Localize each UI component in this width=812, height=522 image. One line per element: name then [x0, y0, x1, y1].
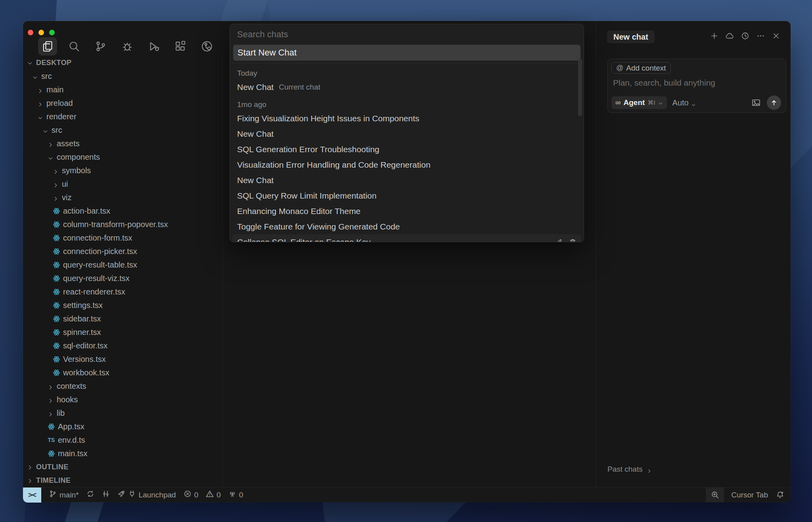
activity-explorer-button[interactable] [38, 37, 57, 55]
tree-item-app-tsx[interactable]: App.tsx [23, 420, 222, 433]
tree-item-label: symbols [62, 166, 91, 175]
status-git-branch[interactable]: main* [49, 490, 79, 500]
chat-composer[interactable]: @ Add context Plan, search, build anythi… [607, 59, 786, 113]
tree-item-main-tsx[interactable]: main.tsx [23, 447, 222, 460]
chat-item-title: New Chat [237, 82, 274, 92]
tree-item-symbols[interactable]: symbols [23, 164, 222, 177]
send-button[interactable] [767, 96, 781, 110]
section-desktop[interactable]: DESKTOP [23, 56, 222, 69]
activity-source-control-button[interactable] [91, 37, 110, 55]
chat-section-label: Today [230, 63, 584, 79]
chat-item[interactable]: Fixing Visualization Height Issues in Co… [232, 111, 581, 126]
chat-item[interactable]: SQL Query Row Limit Implementation [232, 188, 581, 203]
chat-item[interactable]: Collapse SQL Editor on Escape Key [232, 234, 581, 242]
model-selector[interactable]: Auto [672, 98, 696, 107]
react-file-icon [48, 450, 55, 457]
cloud-icon[interactable] [725, 31, 734, 40]
tree-item-hooks[interactable]: hooks [23, 393, 222, 406]
close-icon[interactable] [772, 31, 780, 40]
status-launchpad[interactable]: Launchpad [117, 490, 176, 500]
tree-item-spinner-tsx[interactable]: spinner.tsx [23, 325, 222, 339]
tree-item-main[interactable]: main [23, 83, 222, 96]
chat-list: TodayNew ChatCurrent chat1mo agoFixing V… [230, 63, 584, 242]
past-chats-link[interactable]: Past chats [607, 465, 652, 474]
rename-chat-button[interactable] [555, 238, 563, 242]
chevron-right-icon [48, 410, 54, 416]
react-file-icon [53, 261, 60, 269]
close-window-button[interactable] [28, 30, 33, 35]
delete-chat-button[interactable] [569, 238, 576, 242]
tree-item-label: hooks [57, 395, 78, 404]
zoom-window-button[interactable] [49, 30, 55, 35]
section-timeline[interactable]: TIMELINE [23, 474, 222, 487]
chat-item[interactable]: New Chat [232, 126, 581, 141]
history-icon[interactable] [741, 31, 749, 40]
react-file-icon [53, 329, 60, 336]
plus-icon[interactable] [710, 31, 718, 40]
chat-item[interactable]: SQL Generation Error Troubleshooting [232, 141, 581, 157]
chat-search-overlay: Search chats Start New Chat TodayNew Cha… [230, 24, 584, 242]
tree-item-viz[interactable]: viz [23, 191, 222, 204]
status-warnings[interactable]: 0 [206, 490, 221, 500]
zoom-in-button[interactable] [706, 488, 724, 502]
tree-item-connection-picker-tsx[interactable]: connection-picker.tsx [23, 245, 222, 258]
tree-item-env-d-ts[interactable]: TSenv.d.ts [23, 433, 222, 447]
tree-item-renderer[interactable]: renderer [23, 110, 222, 123]
chat-item[interactable]: Enhancing Monaco Editor Theme [232, 203, 581, 219]
tree-item-settings-tsx[interactable]: settings.tsx [23, 298, 222, 312]
tree-item-lib[interactable]: lib [23, 406, 222, 420]
chat-item[interactable]: New Chat [232, 172, 581, 188]
chat-item[interactable]: New ChatCurrent chat [232, 79, 581, 95]
tree-item-label: query-result-table.tsx [63, 260, 137, 270]
tree-item-sql-editor-tsx[interactable]: sql-editor.tsx [23, 339, 222, 352]
tree-item-preload[interactable]: preload [23, 96, 222, 110]
tree-item-workbook-tsx[interactable]: workbook.tsx [23, 366, 222, 379]
overlay-scrollbar[interactable] [578, 58, 582, 116]
chat-item[interactable]: Toggle Feature for Viewing Generated Cod… [232, 219, 581, 234]
notifications-bell-button[interactable] [776, 491, 784, 499]
tree-item-query-result-table-tsx[interactable]: query-result-table.tsx [23, 258, 222, 272]
tree-item-label: components [57, 153, 100, 162]
tree-item-versions-tsx[interactable]: Versions.tsx [23, 352, 222, 366]
tree-item-action-bar-tsx[interactable]: action-bar.tsx [23, 204, 222, 218]
attach-image-button[interactable] [751, 98, 761, 107]
tree-item-label: lib [57, 409, 65, 418]
tree-item-ui[interactable]: ui [23, 177, 222, 191]
new-chat-tab[interactable]: New chat [607, 31, 655, 43]
tree-item-assets[interactable]: assets [23, 137, 222, 150]
search-chats-input[interactable]: Search chats [230, 24, 584, 45]
add-context-button[interactable]: @ Add context [611, 62, 671, 74]
tree-item-src[interactable]: src [23, 123, 222, 137]
chat-item[interactable]: Visualization Error Handling and Code Re… [232, 157, 581, 172]
tree-item-contexts[interactable]: contexts [23, 379, 222, 393]
remote-indicator[interactable]: >< [23, 488, 41, 503]
status-graph[interactable] [102, 490, 110, 500]
chat-item-badge: Current chat [279, 83, 320, 92]
activity-run-and-debug-button[interactable] [144, 37, 163, 55]
section-outline[interactable]: OUTLINE [23, 460, 222, 474]
tree-item-components[interactable]: components [23, 150, 222, 164]
ellipsis-icon[interactable] [756, 31, 765, 40]
status-errors[interactable]: 0 [184, 490, 199, 500]
tree-item-query-result-viz-tsx[interactable]: query-result-viz.tsx [23, 272, 222, 285]
activity-search-button[interactable] [65, 37, 84, 55]
tree-item-column-transform-popover-tsx[interactable]: column-transform-popover.tsx [23, 218, 222, 231]
tree-item-react-renderer-tsx[interactable]: react-renderer.tsx [23, 285, 222, 298]
status-sync[interactable] [86, 490, 94, 500]
activity-extensions-button[interactable] [171, 37, 190, 55]
agent-mode-selector[interactable]: ∞ Agent ⌘I [611, 96, 667, 109]
chat-item-title: New Chat [237, 176, 274, 185]
chevron-down-icon [27, 60, 33, 66]
tree-item-connection-form-tsx[interactable]: connection-form.tsx [23, 231, 222, 245]
plug-icon [128, 490, 136, 500]
status-ports[interactable]: 0 [228, 490, 243, 500]
cursor-tab-status[interactable]: Cursor Tab [731, 491, 768, 499]
tree-item-sidebar-tsx[interactable]: sidebar.tsx [23, 312, 222, 325]
activity-scm-graph-button[interactable] [197, 37, 216, 55]
composer-placeholder[interactable]: Plan, search, build anything [613, 78, 715, 88]
activity-debug-button[interactable] [118, 37, 137, 55]
start-new-chat-button[interactable]: Start New Chat [233, 45, 580, 61]
minimize-window-button[interactable] [38, 30, 44, 35]
chevron-right-icon [48, 141, 54, 147]
tree-item-src[interactable]: src [23, 69, 222, 83]
